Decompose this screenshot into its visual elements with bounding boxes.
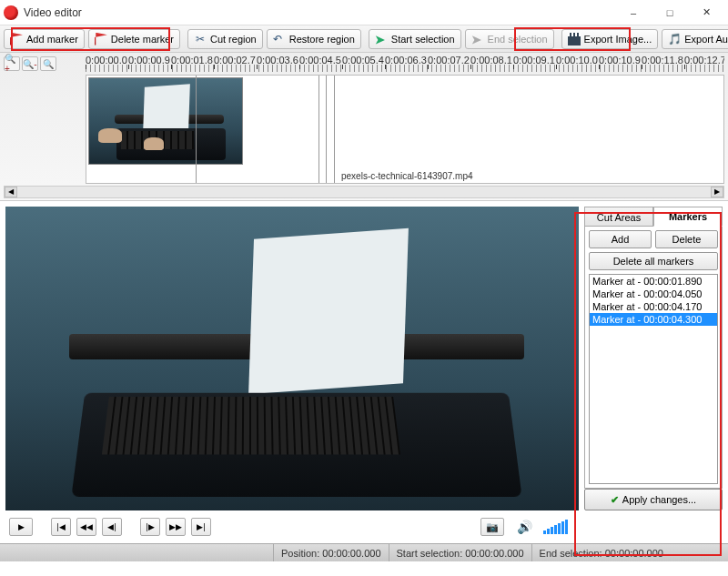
markers-list[interactable]: Marker at - 00:00:01.890Marker at - 00:0…	[589, 274, 718, 484]
start-value: 00:00:00.000	[465, 548, 523, 559]
close-button[interactable]: ✕	[688, 0, 724, 25]
ruler-tick: 0:00:06.3	[385, 55, 421, 66]
volume-icon[interactable]: 🔊	[517, 520, 532, 534]
audio-icon: 🎵	[668, 33, 681, 45]
export-image-label: Export Image...	[584, 34, 652, 45]
delete-marker-button[interactable]: Delete marker	[88, 29, 180, 49]
ruler-tick: 0:00:05.4	[342, 55, 379, 66]
delete-all-markers-button[interactable]: Delete all markers	[589, 252, 718, 270]
tab-markers[interactable]: Markers	[653, 207, 723, 227]
go-end-button[interactable]: ▶|	[191, 518, 211, 536]
add-marker-label: Add marker	[26, 34, 78, 45]
ruler-tick: 0:00:01.8	[171, 55, 207, 66]
forward-button[interactable]: ▶▶	[166, 518, 186, 536]
apply-changes-button[interactable]: ✔Apply changes...	[584, 489, 723, 510]
go-start-button[interactable]: |◀	[51, 518, 71, 536]
end-label: End selection:	[540, 548, 602, 559]
ruler-tick: 0:00:02.7	[214, 55, 250, 66]
flag-icon	[10, 33, 23, 45]
zoom-controls: 🔍+ 🔍- 🔍	[4, 55, 86, 71]
ruler-tick: 0:00:03.6	[257, 55, 293, 66]
scroll-right-button[interactable]: ▶	[711, 187, 723, 197]
ruler-tick: 0:00:04.5	[299, 55, 336, 66]
export-image-button[interactable]: Export Image...	[561, 29, 659, 49]
volume-meter[interactable]	[543, 520, 568, 534]
clip-filename: pexels-c-technical-6143907.mp4	[341, 171, 473, 181]
tab-markers-label: Markers	[669, 211, 707, 222]
ruler-tick: 0:00:00.9	[128, 55, 165, 66]
start-selection-button[interactable]: ➤Start selection	[369, 29, 461, 49]
end-selection-button[interactable]: ➤End selection	[465, 29, 554, 49]
marker-line[interactable]	[318, 76, 319, 183]
ruler-tick: 0:00:08.1	[470, 55, 507, 66]
titlebar: Video editor – □ ✕	[0, 0, 728, 25]
end-value: 00:00:00.000	[605, 548, 663, 559]
tab-cut-areas[interactable]: Cut Areas	[584, 207, 653, 227]
delete-marker-label: Delete marker	[111, 34, 174, 45]
step-back-button[interactable]: ◀|	[102, 518, 122, 536]
video-preview	[5, 207, 579, 510]
status-position: Position: 00:00:00.000	[273, 544, 389, 561]
cut-region-label: Cut region	[210, 34, 257, 45]
ruler-tick: 0:00:07.2	[428, 55, 464, 66]
marker-list-item[interactable]: Marker at - 00:00:01.890	[590, 275, 717, 288]
restore-icon: ↶	[273, 33, 286, 45]
maximize-button[interactable]: □	[652, 0, 688, 25]
apply-label: Apply changes...	[622, 494, 696, 505]
play-button[interactable]: ▶	[9, 518, 33, 536]
clip-thumbnail[interactable]	[88, 77, 243, 165]
marker-list-item[interactable]: Marker at - 00:00:04.050	[590, 288, 717, 300]
timeline-track[interactable]: pexels-c-technical-6143907.mp4	[86, 75, 724, 184]
clapper-icon	[568, 33, 581, 45]
position-value: 00:00:00.000	[322, 548, 380, 559]
snapshot-button[interactable]: 📷	[480, 518, 504, 536]
ruler-tick: 0:00:11.8	[642, 55, 678, 66]
export-audio-button[interactable]: 🎵Export Audio...	[662, 29, 728, 49]
app-icon	[4, 5, 18, 20]
status-bar: Position: 00:00:00.000 Start selection: …	[0, 543, 728, 561]
step-fwd-button[interactable]: |▶	[140, 518, 160, 536]
end-selection-label: End selection	[488, 34, 548, 45]
status-start-selection: Start selection: 00:00:00.000	[389, 544, 531, 561]
zoom-fit-button[interactable]: 🔍	[40, 56, 56, 71]
timeline-scrollbar[interactable]: ◀ ▶	[4, 186, 724, 198]
scroll-left-button[interactable]: ◀	[5, 187, 17, 197]
status-end-selection: End selection: 00:00:00.000	[531, 544, 671, 561]
marker-list-item[interactable]: Marker at - 00:00:04.170	[590, 300, 717, 313]
ruler-tick: 0:00:10.9	[599, 55, 635, 66]
preview-scene	[5, 207, 579, 510]
start-label: Start selection:	[397, 548, 463, 559]
cut-region-button[interactable]: ✂Cut region	[187, 29, 263, 49]
main-toolbar: Add marker Delete marker ✂Cut region ↶Re…	[0, 25, 728, 53]
ruler-tick: 0:00:10.0	[556, 55, 592, 66]
side-panel: Cut Areas Markers Add Delete Delete all …	[584, 207, 723, 510]
marker-line[interactable]	[334, 76, 335, 183]
zoom-in-button[interactable]: 🔍+	[4, 56, 20, 71]
minimize-button[interactable]: –	[615, 0, 652, 25]
scissors-icon: ✂	[194, 33, 207, 45]
timeline-area: 🔍+ 🔍- 🔍 0:00:00.00:00:00.90:00:01.80:00:…	[0, 53, 728, 201]
restore-region-label: Restore region	[289, 34, 355, 45]
position-label: Position:	[281, 548, 319, 559]
ruler-tick: 0:00:00.0	[86, 55, 122, 66]
timeline-ruler[interactable]: 0:00:00.00:00:00.90:00:01.80:00:02.70:00…	[86, 55, 724, 73]
thumbnail-scene	[89, 78, 242, 164]
playback-controls: ▶ |◀ ◀◀ ◀| |▶ ▶▶ ▶| 📷 🔊	[0, 510, 728, 543]
ruler-tick: 0:00:09.1	[513, 55, 550, 66]
add-marker-button[interactable]: Add marker	[4, 29, 85, 49]
window-title: Video editor	[24, 6, 615, 19]
rewind-button[interactable]: ◀◀	[76, 518, 96, 536]
marker-line[interactable]	[326, 76, 327, 183]
panel-add-button[interactable]: Add	[589, 230, 652, 248]
start-selection-label: Start selection	[391, 34, 455, 45]
flag-x-icon	[95, 33, 107, 45]
ruler-tick: 0:00:12.7	[684, 55, 721, 66]
restore-region-button[interactable]: ↶Restore region	[267, 29, 361, 49]
marker-list-item[interactable]: Marker at - 00:00:04.300	[590, 313, 717, 326]
check-icon: ✔	[611, 494, 619, 506]
arrow-right-icon: ➤	[375, 33, 388, 45]
zoom-out-button[interactable]: 🔍-	[22, 56, 38, 71]
panel-delete-button[interactable]: Delete	[655, 230, 718, 248]
marker-line[interactable]	[196, 76, 197, 183]
tab-cut-label: Cut Areas	[597, 212, 641, 223]
